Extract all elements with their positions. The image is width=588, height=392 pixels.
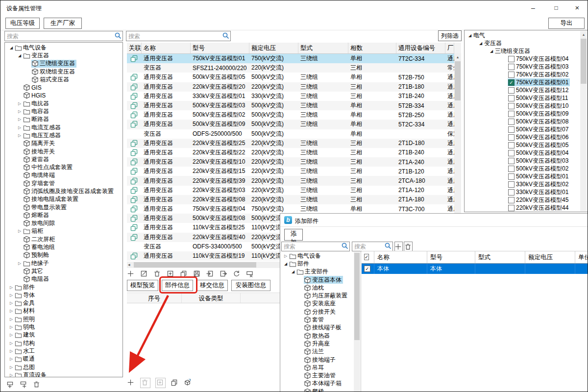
model-checkbox-item[interactable]: 500kV变压器模型06 — [465, 133, 588, 141]
left-search-input[interactable] — [4, 31, 123, 41]
dialog-add-row-button[interactable] — [394, 242, 403, 251]
tree-item[interactable]: 接线端子板 — [281, 324, 354, 332]
scroll-up-icon[interactable]: ▴ — [454, 55, 461, 59]
model-checkbox-item[interactable]: 330kV变压器模型01 — [465, 188, 588, 196]
model-checkbox-item[interactable]: 500kV变压器模型01 — [465, 172, 588, 180]
tree-item[interactable]: 双绕组变压器 — [5, 68, 122, 75]
table-row[interactable]: 通用变压器220kV变压器模型03220(kV交流)三绕组三相2T1A-120通… — [127, 186, 461, 195]
scroll-left-icon[interactable]: ◂ — [128, 262, 130, 267]
expand-icon[interactable]: ▷ — [16, 117, 23, 122]
model-checkbox-item[interactable]: 500kV变压器模型03 — [465, 157, 588, 165]
tree-item[interactable]: 电阻器 — [5, 275, 122, 283]
expand-icon[interactable]: ▷ — [16, 101, 23, 106]
scroll-up-icon[interactable]: ▴ — [580, 32, 587, 37]
model-checkbox-item[interactable]: 750kV变压器模型04 — [465, 55, 588, 63]
tab-detail-2[interactable]: 移交信息 — [196, 280, 228, 291]
checkbox[interactable] — [508, 95, 514, 101]
collapse-icon[interactable]: ◢ — [8, 46, 15, 50]
column-header[interactable]: 型号 — [191, 43, 249, 53]
scrollbar-thumb[interactable] — [455, 61, 461, 100]
model-checkbox-item[interactable]: 220kV变压器模型44 — [465, 204, 588, 212]
table-row[interactable]: 通用变压器500kV变压器模型03500(kV交流)三绕组单相5T2B-334通… — [127, 101, 461, 110]
tree-item[interactable]: ◢电气设备 — [5, 44, 122, 51]
checkbox[interactable] — [508, 56, 514, 62]
tree-item[interactable]: 避雷器 — [5, 155, 122, 163]
tree-item[interactable]: 三绕组变压器 — [5, 60, 122, 68]
table-row[interactable]: 通用变压器750kV变压器模型01750(kV交流)三绕组单相7T2C-334通… — [127, 54, 461, 63]
tree-item[interactable]: ▷电抗器 — [5, 99, 122, 107]
tree-item[interactable]: 分接开关 — [281, 308, 354, 316]
column-header[interactable]: 相数 — [348, 43, 396, 53]
expand-icon[interactable]: ▷ — [8, 317, 15, 321]
tree-item[interactable]: ▷绝缘子 — [5, 259, 122, 267]
table-row[interactable]: ✓本体本体 — [362, 264, 588, 274]
tree-item[interactable]: 蓄电池组 — [5, 243, 122, 251]
tree-item[interactable]: 变压器本体 — [281, 276, 354, 284]
tree-item[interactable]: 电缆终端 — [5, 172, 122, 179]
tab-voltage-level[interactable]: 电压等级 — [5, 18, 40, 29]
tree-item[interactable]: ▷总图 — [5, 363, 122, 371]
model-checkbox-item[interactable]: 500kV变压器模型10 — [465, 102, 588, 110]
checkbox[interactable] — [508, 64, 514, 70]
checkbox[interactable] — [508, 103, 514, 109]
tree-item[interactable]: ▷水工 — [5, 347, 122, 355]
column-header[interactable]: 名称 — [374, 251, 427, 263]
model-sync-button[interactable] — [184, 379, 192, 387]
add-button[interactable] — [127, 379, 135, 387]
checkbox[interactable]: ✓ — [364, 266, 370, 272]
edit-button[interactable] — [140, 270, 148, 278]
tree-item[interactable]: 带电显示装置 — [5, 203, 122, 211]
column-header[interactable]: 通用设备编号 — [396, 43, 445, 53]
dialog-tree-search-input[interactable] — [281, 242, 350, 251]
table-row[interactable]: 通用变压器500kV变压器模型02500(kV交流)三绕组单相5T2B-250通… — [127, 110, 461, 120]
tree-item[interactable]: ▷弱电 — [5, 323, 122, 331]
tree-item[interactable]: 油枕 — [281, 284, 354, 292]
tree-item[interactable]: 本体端子箱 — [281, 380, 354, 388]
tree-item[interactable]: ▷金具 — [5, 299, 122, 307]
table-row[interactable]: 变压器SFSZ11-240000/220220(kV交流)三相常州 — [127, 63, 461, 73]
checkbox[interactable] — [508, 181, 514, 188]
dialog-tree-scrollbar[interactable] — [354, 252, 360, 392]
model-checkbox-item[interactable]: 750kV变压器模型03 — [465, 63, 588, 71]
column-filter-button[interactable]: 列筛选 — [438, 30, 462, 41]
tree-item[interactable]: ▷结构 — [5, 339, 122, 347]
collapse-icon[interactable]: ◢ — [16, 53, 23, 58]
tree-item[interactable]: 接地电阻成套装置 — [5, 196, 122, 203]
model-checkbox-item[interactable]: 750kV变压器模型02 — [465, 71, 588, 78]
table-row[interactable]: 通用变压器500kV变压器模型09500(kV交流)三绕组单相5T2C-334通… — [127, 120, 461, 129]
tree-group[interactable]: ◢变压器 — [465, 39, 588, 47]
checkbox[interactable] — [508, 111, 514, 117]
tree-item[interactable]: GIS — [5, 83, 122, 91]
export-button[interactable] — [220, 270, 228, 278]
collapse-icon[interactable]: ◢ — [466, 33, 473, 38]
column-header[interactable]: 型式 — [298, 43, 348, 53]
column-header[interactable]: 设备类型 — [182, 293, 241, 303]
tree-item[interactable]: ▷直流设备 — [5, 371, 122, 377]
model-checkbox-item[interactable]: 500kV变压器模型07 — [465, 125, 588, 133]
tree-item[interactable]: ▷暖通 — [5, 355, 122, 363]
tree-item[interactable]: 预制舱 — [5, 251, 122, 259]
add-row-button[interactable] — [6, 381, 15, 389]
tree-item[interactable]: 均压屏蔽装置 — [281, 292, 354, 299]
tree-item[interactable]: 二次屏柜 — [5, 235, 122, 243]
column-header[interactable]: 额定电压 — [525, 251, 575, 263]
checkbox[interactable] — [508, 173, 514, 180]
refresh-button[interactable] — [233, 270, 241, 278]
expand-icon[interactable]: ▷ — [16, 229, 23, 233]
collapse-icon[interactable]: ◢ — [290, 270, 296, 274]
tree-item[interactable]: 箱式变压器 — [5, 75, 122, 83]
checkbox[interactable] — [508, 119, 514, 125]
collapse-icon[interactable]: ◢ — [488, 49, 495, 53]
tab-detail-3[interactable]: 安装图信息 — [231, 280, 270, 291]
row-select-cell[interactable]: ✓ — [362, 264, 374, 274]
tree-item[interactable]: ▷电气设备 — [281, 252, 354, 260]
tab-detail-0[interactable]: 模型预览 — [127, 280, 158, 291]
checkbox[interactable] — [508, 158, 514, 164]
tree-item[interactable]: 隔离开关 — [5, 140, 122, 147]
tree-item[interactable]: 消弧线圈及接地变压器成套装置 — [5, 187, 122, 195]
expand-icon[interactable]: ▷ — [8, 365, 15, 369]
model-checkbox-item[interactable]: 500kV变压器模型08 — [465, 118, 588, 125]
copy-button[interactable] — [171, 379, 179, 387]
model-checkbox-item[interactable]: 500kV变压器模型09 — [465, 110, 588, 118]
table-row[interactable]: 通用变压器220kV变压器模型22220(kV交流)三绕组三相2T1B-240通… — [127, 148, 461, 157]
